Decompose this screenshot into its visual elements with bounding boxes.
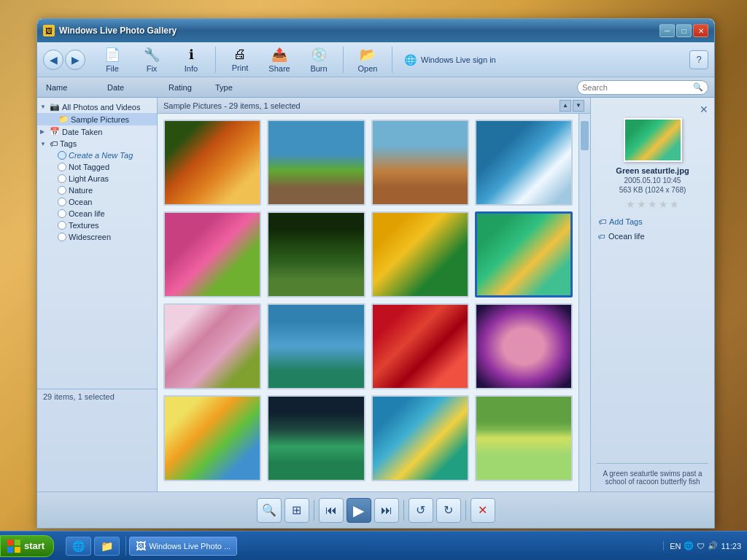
sidebar-item-widescreen[interactable]: Widescreen [37,231,157,243]
photo-thumb-14[interactable] [267,395,365,481]
sidebar-item-sample-pictures[interactable]: 📁 Sample Pictures [37,113,157,125]
scrollbar-track[interactable] [578,114,590,491]
photo-thumb-11[interactable] [371,303,469,389]
zoom-icon: 🔍 [262,503,276,517]
info-button[interactable]: ℹ Info [173,44,209,76]
sidebar-item-create-tag[interactable]: Create a New Tag [37,149,157,161]
photo-thumb-13[interactable] [163,395,261,481]
sidebar-all-photos-label: All Photos and Videos [62,103,140,112]
rotate-ccw-icon: ↺ [416,503,425,517]
sidebar-item-nature[interactable]: Nature [37,184,157,196]
windows-live-signin-button[interactable]: 🌐 Windows Live sign in [398,51,502,69]
info-description: A green seaturtle swims past a school of… [597,463,708,486]
photo-thumb-4[interactable] [475,120,573,206]
add-tags-button[interactable]: 🏷 Add Tags [597,216,708,228]
antivirus-icon: 🛡 [697,542,705,551]
column-header-rating[interactable]: Rating [166,83,209,92]
search-box[interactable]: 🔍 [577,80,708,95]
photo-thumb-1[interactable] [163,120,261,206]
play-slideshow-button[interactable]: ▶ [347,498,371,523]
sidebar-item-light-auras[interactable]: Light Auras [37,173,157,184]
taskbar-photogallery-button[interactable]: 🖼 Windows Live Photo ... [129,537,237,556]
photo-thumb-7[interactable] [371,211,469,298]
windows-logo-icon [7,539,21,553]
scroll-padding-top [579,114,590,120]
scrollbar-thumb[interactable] [581,121,589,150]
photo-thumb-12[interactable] [475,303,573,389]
open-icon: 📂 [360,47,376,63]
system-tray: EN 🌐 🛡 🔊 11:23 [663,541,747,551]
ql-ie-button[interactable]: 🌐 [66,537,91,556]
print-label: Print [232,63,249,72]
scroll-down-button[interactable]: ▼ [573,100,584,112]
app-icon: 🖼 [43,25,55,36]
star-5[interactable]: ★ [670,198,679,210]
sidebar-item-all-photos[interactable]: ▼ 📷 All Photos and Videos [37,101,157,113]
share-button[interactable]: 📤 Share [261,44,298,76]
view-toggle-button[interactable]: ⊞ [285,498,309,523]
photo-thumb-10[interactable] [267,303,365,389]
photo-thumb-15[interactable] [371,395,469,481]
sidebar-light-auras-label: Light Auras [69,174,109,183]
taskbar-items: 🖼 Windows Live Photo ... [129,537,663,556]
titlebar: 🖼 Windows Live Photo Gallery ─ □ ✕ [37,19,714,42]
info-label: Info [185,64,198,73]
sidebar-date-taken-label: Date Taken [62,128,102,136]
delete-button[interactable]: ✕ [471,498,495,523]
rotate-ccw-button[interactable]: ↺ [409,498,433,523]
start-button[interactable]: start [0,535,54,557]
info-close-button[interactable]: ✕ [700,104,708,115]
search-input[interactable] [582,83,693,92]
sidebar-ocean-label: Ocean [69,198,92,206]
sidebar-item-ocean-life[interactable]: Ocean life [37,208,157,219]
file-label: File [106,64,119,73]
column-header-type[interactable]: Type [212,83,271,92]
minimize-button[interactable]: ─ [659,24,675,37]
sidebar-textures-label: Textures [69,221,99,230]
photo-thumb-16[interactable] [475,395,573,481]
previous-button[interactable]: ⏮ [319,498,344,523]
star-3[interactable]: ★ [648,198,657,210]
star-2[interactable]: ★ [637,198,646,210]
info-tag-ocean-life[interactable]: 🏷 Ocean life [597,230,708,242]
file-button[interactable]: 📄 File [94,44,131,76]
column-header-name[interactable]: Name [43,83,101,92]
info-panel: ✕ Green seaturtle.jpg 2005.05.10 10:45 5… [590,98,714,491]
photo-thumb-3[interactable] [371,120,469,206]
sidebar-item-textures[interactable]: Textures [37,219,157,231]
ql-folder-button[interactable]: 📁 [94,537,120,556]
next-button[interactable]: ⏭ [374,498,399,523]
open-button[interactable]: 📂 Open [349,44,386,76]
burn-button[interactable]: 💿 Burn [301,44,337,76]
sidebar-item-ocean[interactable]: Ocean [37,196,157,208]
star-4[interactable]: ★ [659,198,668,210]
column-header-date[interactable]: Date [104,83,163,92]
fix-button[interactable]: 🔧 Fix [133,44,170,76]
sidebar-item-date-taken[interactable]: ▶ 📅 Date Taken [37,125,157,138]
photo-thumb-9[interactable] [163,303,261,389]
help-button[interactable]: ? [689,50,708,69]
zoom-button[interactable]: 🔍 [257,498,282,523]
photo-thumb-8[interactable] [475,211,573,298]
back-button[interactable]: ◀ [43,50,63,70]
forward-button[interactable]: ▶ [65,50,85,70]
photo-thumb-6[interactable] [267,211,365,298]
fix-label: Fix [147,64,158,73]
print-button[interactable]: 🖨 Print [222,44,258,75]
fix-icon: 🔧 [144,47,160,63]
close-button[interactable]: ✕ [693,24,708,37]
rotate-cw-button[interactable]: ↻ [436,498,461,523]
sidebar-item-tags[interactable]: ▼ 🏷 Tags [37,138,157,149]
sidebar-widescreen-label: Widescreen [69,233,111,241]
content-area: ▼ 📷 All Photos and Videos 📁 Sample Pictu… [37,98,714,491]
open-label: Open [358,64,378,73]
sidebar-item-not-tagged[interactable]: Not Tagged [37,161,157,173]
ocean-icon [58,198,66,206]
window-title: Windows Live Photo Gallery [59,26,659,36]
star-1[interactable]: ★ [626,198,635,210]
maximize-button[interactable]: □ [676,24,692,37]
scroll-up-button[interactable]: ▲ [560,100,571,112]
photo-thumb-5[interactable] [163,211,261,298]
photo-thumb-2[interactable] [267,120,365,206]
photo-grid-area [158,114,590,491]
